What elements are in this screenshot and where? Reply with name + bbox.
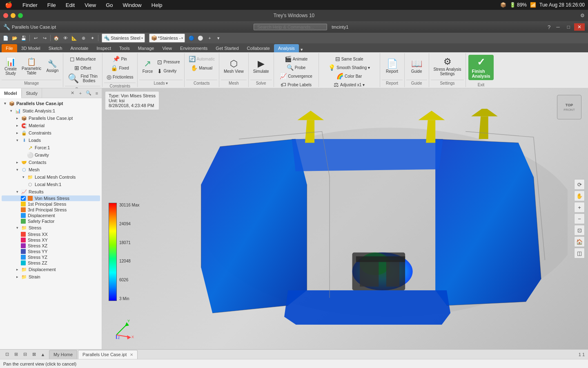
tree-stress-xz[interactable]: Stress XZ <box>2 243 100 249</box>
strain-group-expand[interactable]: ▸ <box>15 274 20 279</box>
qa-render-btn[interactable]: 🔵 <box>187 34 196 42</box>
minimize-window-btn[interactable] <box>11 13 16 18</box>
tree-mesh[interactable]: ▾ ⬡ Mesh <box>2 166 100 173</box>
apple-menu[interactable]: 🍎 <box>3 1 14 9</box>
split-btn[interactable]: ⊟ <box>21 351 29 358</box>
tile-btn[interactable]: ⊡ <box>3 351 11 358</box>
qa-open-btn[interactable]: 📂 <box>11 34 19 42</box>
parallels-settings-icon[interactable]: ⚙ <box>580 13 585 18</box>
gravity-btn[interactable]: ⬇ Gravity <box>156 67 181 75</box>
automatic-btn[interactable]: 🔄 Automatic <box>187 55 216 63</box>
inv-close-btn[interactable]: ✕ <box>574 23 585 31</box>
qa-dropdown-btn[interactable]: ▾ <box>214 34 223 42</box>
tree-stress-xy[interactable]: Stress XY <box>2 237 100 243</box>
layout-btn[interactable]: ⊠ <box>30 351 38 358</box>
tree-local-mesh1[interactable]: ⬡ Local Mesh:1 <box>2 181 100 188</box>
convergence-btn[interactable]: 📈 Convergence <box>278 72 314 80</box>
adjusted-btn[interactable]: ⚖ Adjusted x1 ▾ <box>332 81 366 89</box>
window-menu[interactable]: Window <box>121 2 143 8</box>
tree-stress-yy[interactable]: Stress YY <box>2 249 100 254</box>
constraints-expand[interactable]: ▸ <box>15 130 20 135</box>
tab-file[interactable]: File <box>2 44 17 52</box>
tree-static-analysis[interactable]: ▾ 📊 Static Analysis:1 <box>2 107 100 114</box>
tree-stress-xx[interactable]: Stress XX <box>2 231 100 237</box>
stainless-selector[interactable]: 📦 *Stainless - ▾ <box>149 34 185 43</box>
report-btn[interactable]: 📄 Report <box>384 58 400 75</box>
part-expand[interactable]: ▸ <box>15 116 20 121</box>
von-mises-checkbox[interactable] <box>21 196 26 201</box>
tab-analysis[interactable]: Analysis <box>274 44 299 52</box>
qa-mark-btn[interactable]: ⊕ <box>79 34 87 42</box>
tab-view[interactable]: View <box>158 44 176 52</box>
rt-home-btn[interactable]: 🏠 <box>574 236 585 247</box>
qa-shader-btn[interactable]: ⚪ <box>196 34 205 42</box>
finder-menu[interactable]: Finder <box>21 2 39 8</box>
rt-fit-btn[interactable]: ⊡ <box>574 225 585 236</box>
qa-undo-btn[interactable]: ↩ <box>31 34 40 42</box>
tab-annotate[interactable]: Annotate <box>66 44 92 52</box>
rt-zoom-in-btn[interactable]: + <box>574 202 585 213</box>
tab-tools[interactable]: Tools <box>115 44 134 52</box>
tree-gravity[interactable]: ⚪ Gravity <box>2 151 100 159</box>
view-menu[interactable]: View <box>83 2 98 8</box>
tree-von-mises[interactable]: Von Mises Stress <box>2 195 100 201</box>
bottom-tab-home[interactable]: My Home <box>49 350 77 359</box>
rt-zoom-out-btn[interactable]: − <box>574 213 585 224</box>
edit-menu[interactable]: Edit <box>64 2 76 8</box>
nav-cube[interactable]: TOP FRONT <box>557 95 581 119</box>
probe-btn[interactable]: 🔍 Probe <box>285 63 307 72</box>
finish-analysis-btn[interactable]: ✓ FinishAnalysis <box>468 55 493 80</box>
inv-restore-btn[interactable]: □ <box>564 23 573 31</box>
qa-file-btn[interactable]: 📄 <box>2 34 10 42</box>
maximize-window-btn[interactable] <box>18 13 23 18</box>
qa-save-btn[interactable]: 💾 <box>20 34 28 42</box>
loads-expand[interactable]: ▾ <box>15 138 20 143</box>
simulate-btn[interactable]: ▶ Simulate <box>251 58 271 75</box>
tree-constraints[interactable]: ▸ 🔒 Constraints <box>2 129 100 137</box>
panel-close-icon[interactable]: ✕ <box>69 90 76 96</box>
static-expand[interactable]: ▾ <box>9 108 13 113</box>
tab-inspect[interactable]: Inspect <box>93 44 115 52</box>
qa-view-btn[interactable]: 👁 <box>61 34 69 42</box>
tree-stress-yz[interactable]: Stress YZ <box>2 254 100 260</box>
probe-labels-btn[interactable]: 🏷 Probe Labels <box>279 81 313 89</box>
tree-loads[interactable]: ▾ ⬇ Loads <box>2 137 100 144</box>
find-thin-bodies-btn[interactable]: 🔍 Find ThinBodies <box>66 73 100 84</box>
tab-sketch[interactable]: Sketch <box>45 44 67 52</box>
help-search-input[interactable] <box>254 24 327 30</box>
material-expand[interactable]: ▸ <box>15 123 20 128</box>
tree-local-mesh-controls[interactable]: ▾ 📁 Local Mesh Controls <box>2 173 100 181</box>
inv-minimize-btn[interactable]: ─ <box>553 23 563 31</box>
mesh-view-btn[interactable]: ⬡ Mesh View <box>222 58 246 75</box>
rt-orbit-btn[interactable]: ⟳ <box>574 179 585 190</box>
tab-get-started[interactable]: Get Started <box>212 44 243 52</box>
animate-btn[interactable]: 🎬 Animate <box>283 55 310 63</box>
stress-group-expand[interactable]: ▾ <box>15 225 20 230</box>
guide-btn[interactable]: 📖 Guide <box>409 58 424 75</box>
model-tab[interactable]: Model <box>0 88 22 98</box>
panel-add-icon[interactable]: + <box>77 90 84 96</box>
tree-safety-factor[interactable]: Safety Factor <box>2 218 100 224</box>
stress-analysis-settings-btn[interactable]: ⚙ Stress AnalysisSettings <box>432 56 463 77</box>
tree-results[interactable]: ▾ 📈 Results <box>2 188 100 195</box>
tree-contacts[interactable]: ▸ 🤝 Contacts <box>2 159 100 166</box>
study-tab[interactable]: Study <box>22 88 42 98</box>
tree-force1[interactable]: ↗ Force:1 <box>2 144 100 151</box>
create-study-btn[interactable]: 📊 CreateStudy <box>2 56 19 77</box>
tab-environments[interactable]: Environments <box>176 44 212 52</box>
go-menu[interactable]: Go <box>104 2 114 8</box>
tree-displacement-group[interactable]: ▸ 📁 Displacement <box>2 266 100 273</box>
tree-stress-zz[interactable]: Stress ZZ <box>2 260 100 266</box>
tree-root[interactable]: ▾ 📦 Parallels Use Case.ipt <box>2 100 100 107</box>
tree-1st-principal[interactable]: 1st Principal Stress <box>2 201 100 207</box>
tree-displacement-result[interactable]: Displacement <box>2 213 100 218</box>
root-expand[interactable]: ▾ <box>2 101 7 106</box>
inv-help-icon[interactable]: ? <box>546 23 552 31</box>
offset-btn[interactable]: ⊞ Offset <box>73 64 93 72</box>
disp-group-expand[interactable]: ▸ <box>15 267 20 272</box>
mesh-expand[interactable]: ▾ <box>15 167 20 172</box>
close-window-btn[interactable] <box>3 13 8 18</box>
qa-home-btn[interactable]: 🏠 <box>52 34 60 42</box>
bottom-tab-case[interactable]: Parallels Use Case.ipt ✕ <box>78 350 138 359</box>
panel-search-icon[interactable]: 🔍 <box>85 90 92 96</box>
